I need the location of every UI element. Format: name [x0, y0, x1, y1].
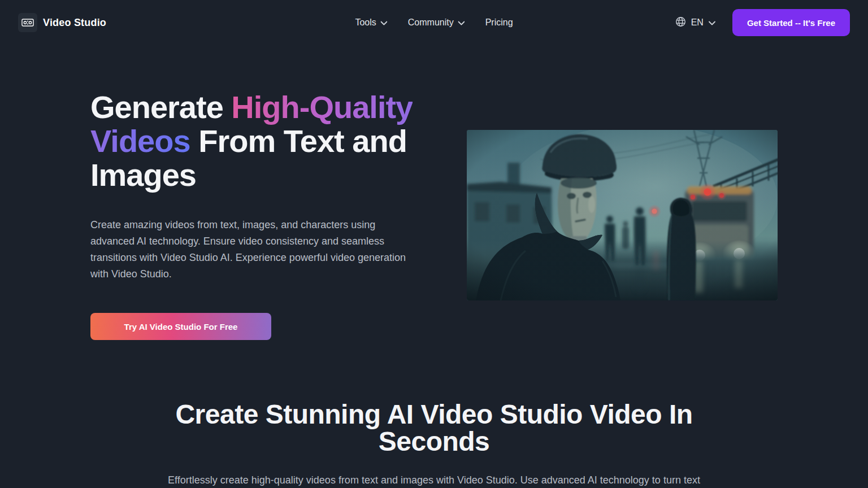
hero-title-prefix: Generate	[90, 89, 231, 125]
nav-item-label: Tools	[355, 18, 376, 28]
brand[interactable]: Video Studio	[18, 13, 106, 32]
hero-scene-illustration	[467, 130, 778, 300]
globe-icon	[675, 16, 686, 29]
chevron-down-icon	[381, 18, 388, 28]
nav-item-tools[interactable]: Tools	[355, 18, 387, 28]
try-free-button[interactable]: Try AI Video Studio For Free	[90, 313, 271, 340]
get-started-button[interactable]: Get Started -- It's Free	[732, 9, 850, 36]
hero-section: Generate High-Quality Videos From Text a…	[90, 45, 778, 340]
chevron-down-icon	[709, 18, 715, 28]
logo-icon	[18, 13, 37, 32]
hero-video-still	[467, 130, 778, 300]
brand-name: Video Studio	[43, 17, 106, 29]
header-right: EN Get Started -- It's Free	[675, 9, 850, 36]
nav-item-label: Pricing	[485, 18, 513, 28]
create-section: Create Stunning AI Video Studio Video In…	[0, 340, 868, 488]
chevron-down-icon	[458, 18, 465, 28]
nav-item-community[interactable]: Community	[408, 18, 465, 28]
language-selector[interactable]: EN	[675, 16, 715, 29]
create-section-title: Create Stunning AI Video Studio Video In…	[163, 401, 705, 455]
create-section-description: Effortlessly create high-quality videos …	[162, 472, 706, 488]
header: Video Studio Tools Community Pricing	[0, 0, 868, 45]
hero-copy: Generate High-Quality Videos From Text a…	[90, 90, 441, 340]
nav-item-label: Community	[408, 18, 454, 28]
nav-item-pricing[interactable]: Pricing	[485, 18, 513, 28]
main-nav: Tools Community Pricing	[355, 0, 513, 45]
hero-description: Create amazing videos from text, images,…	[90, 217, 407, 283]
language-code: EN	[691, 18, 704, 28]
hero-title: Generate High-Quality Videos From Text a…	[90, 90, 429, 192]
